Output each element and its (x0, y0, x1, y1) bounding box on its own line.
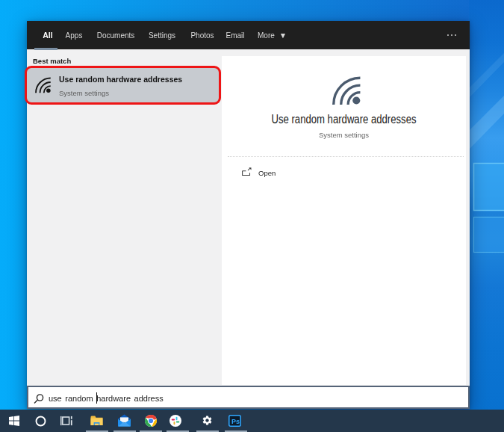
svg-text:Ps: Ps (231, 418, 240, 425)
